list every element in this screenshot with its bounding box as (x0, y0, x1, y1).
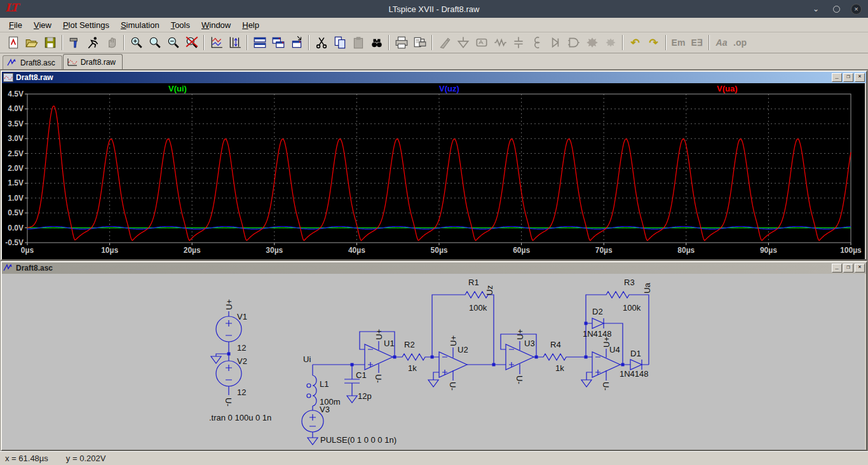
open-button[interactable] (22, 34, 41, 51)
control-panel-button[interactable] (65, 34, 84, 51)
wire-button[interactable] (435, 34, 454, 51)
minimize-button[interactable]: _ (832, 73, 842, 82)
menu-window[interactable]: Window (196, 19, 236, 31)
and-gate-button[interactable] (564, 34, 583, 51)
schematic-window-titlebar[interactable]: Draft8.asc _ ❐ × (2, 262, 866, 274)
run-button[interactable] (84, 34, 102, 51)
tab-draft8-raw[interactable]: Draft8.raw (63, 54, 123, 69)
spice-directive-button[interactable]: .op (731, 34, 749, 51)
text-button[interactable]: Aa (712, 34, 731, 51)
move-button[interactable] (601, 34, 620, 51)
zoom-full-extents-button[interactable] (182, 34, 201, 51)
resistor-button[interactable] (491, 34, 509, 51)
net-label-button[interactable] (472, 34, 491, 51)
schematic-label: 12p (358, 391, 372, 401)
zoom-out-button[interactable] (164, 34, 182, 51)
diode-d1[interactable] (630, 360, 642, 370)
schematic-label: U+ (224, 299, 234, 310)
undo-button[interactable]: ↶ (626, 34, 644, 51)
component-button[interactable] (583, 34, 601, 51)
y-tick-label: 1.5V (8, 179, 24, 187)
tile-vertical-button[interactable] (269, 34, 287, 51)
zoom-fit-button[interactable] (226, 34, 244, 51)
menu-tools[interactable]: Tools (166, 19, 195, 31)
halt-button[interactable] (102, 34, 121, 51)
app-titlebar[interactable]: LT LTspice XVII - Draft8.raw ⌄ × (0, 0, 868, 18)
menu-help[interactable]: Help (237, 19, 264, 31)
autorange-button[interactable] (207, 34, 226, 51)
chevron-down-icon[interactable]: ⌄ (810, 3, 822, 15)
menubar: File View Plot Settings Simulation Tools… (0, 18, 868, 32)
maximize-icon[interactable] (833, 6, 840, 13)
schematic-label: 12 (237, 343, 246, 353)
restore-button[interactable]: ❐ (843, 264, 853, 273)
schematic-label: 1N4148 (620, 369, 649, 379)
new-schematic-button[interactable] (4, 34, 22, 51)
schematic-label: 100k (623, 303, 641, 313)
schematic-label: V3 (320, 405, 330, 414)
redo-button[interactable]: ↷ (644, 34, 663, 51)
minimize-button[interactable]: _ (832, 264, 842, 273)
tab-label: Draft8.raw (81, 58, 116, 67)
close-icon[interactable]: × (851, 4, 862, 15)
schematic-label: U+ (374, 329, 384, 340)
trace-label-V(ua)[interactable]: V(ua) (717, 84, 738, 93)
diode-d2[interactable] (592, 318, 604, 328)
close-button[interactable]: × (855, 264, 865, 273)
schematic-label: 1k (555, 363, 564, 373)
schematic-label: U+ (515, 329, 525, 340)
waveform-window: Draft8.raw _ ❐ × -0.5V0.0V0.5V1.0V1.5V2.… (1, 71, 867, 260)
trace-label-V(uz)[interactable]: V(uz) (439, 84, 459, 93)
schematic-window: Draft8.asc _ ❐ × (1, 261, 867, 451)
tab-label: Draft8.asc (20, 58, 55, 67)
schematic-label: U- (601, 382, 611, 391)
inductor-button[interactable] (527, 34, 546, 51)
x-tick-label: 40µs (348, 246, 365, 255)
cascade-windows-button[interactable] (287, 34, 306, 51)
paste-button[interactable] (349, 34, 367, 51)
rotate-button[interactable]: E∃ (688, 34, 706, 51)
restore-button[interactable]: ❐ (843, 73, 853, 82)
x-tick-label: 90µs (760, 246, 777, 255)
tabbar: Draft8.asc Draft8.raw (0, 53, 868, 69)
y-tick-label: 2.0V (8, 164, 24, 173)
cut-button[interactable] (312, 34, 330, 51)
trace-label-V(ui)[interactable]: V(ui) (168, 84, 187, 93)
x-tick-label: 70µs (595, 246, 613, 255)
y-tick-label: 4.5V (8, 90, 24, 98)
schematic-label: 100k (469, 303, 487, 313)
inductor-l1[interactable] (307, 375, 316, 406)
menu-plot-settings[interactable]: Plot Settings (58, 19, 114, 31)
tile-horizontal-button[interactable] (250, 34, 269, 51)
component-marks (226, 320, 600, 426)
y-tick-label: 0.5V (8, 208, 24, 217)
schematic-label: D2 (592, 307, 603, 316)
tab-draft8-asc[interactable]: Draft8.asc (3, 55, 62, 69)
print-preview-button[interactable] (410, 34, 429, 51)
mdi-area: Draft8.raw _ ❐ × -0.5V0.0V0.5V1.0V1.5V2.… (0, 69, 868, 451)
ground-button[interactable] (454, 34, 472, 51)
zoom-in-button[interactable] (127, 34, 146, 51)
waveform-icon (67, 58, 78, 67)
zoom-area-button[interactable] (146, 34, 164, 51)
schematic-label: 1k (408, 363, 417, 373)
y-tick-label: 3.5V (8, 119, 24, 128)
capacitor-button[interactable] (509, 34, 527, 51)
cursor-y-readout: y = 0.202V (66, 454, 106, 463)
copy-button[interactable] (330, 34, 349, 51)
save-button[interactable] (41, 34, 59, 51)
menu-simulation[interactable]: Simulation (116, 19, 165, 31)
diode-button[interactable] (546, 34, 564, 51)
x-tick-label: 80µs (677, 246, 695, 255)
schematic-window-icon (3, 264, 13, 273)
print-button[interactable] (392, 34, 410, 51)
find-button[interactable] (367, 34, 386, 51)
close-button[interactable]: × (855, 73, 865, 82)
menu-file[interactable]: File (4, 19, 27, 31)
waveform-window-title: Draft8.raw (16, 73, 829, 82)
mirror-button[interactable]: Em (669, 34, 688, 51)
waveform-window-titlebar[interactable]: Draft8.raw _ ❐ × (2, 72, 866, 83)
schematic-canvas[interactable]: V112V212.tran 0 100u 0 1nUiL1100mV3PULSE… (2, 274, 865, 450)
menu-view[interactable]: View (29, 19, 57, 31)
waveform-plot[interactable]: -0.5V0.0V0.5V1.0V1.5V2.0V2.5V3.0V3.5V4.0… (2, 83, 865, 259)
